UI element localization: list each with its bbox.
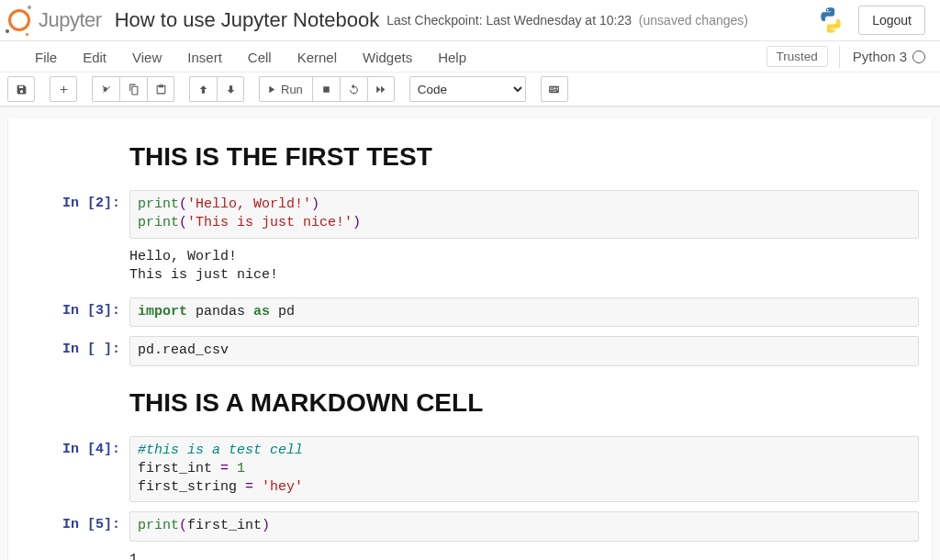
paste-button[interactable] [147,76,174,102]
menu-file[interactable]: File [22,41,70,72]
notebook-page[interactable]: THIS IS THE FIRST TESTIn [2]:print('Hell… [7,118,933,560]
cut-button[interactable] [92,76,119,102]
stop-button[interactable] [312,76,340,102]
menu-help[interactable]: Help [425,41,479,72]
prompt [21,375,129,427]
menu-cell[interactable]: Cell [235,41,285,72]
jupyter-wordmark: Jupyter [39,8,102,32]
save-button[interactable] [7,76,35,102]
jupyter-icon [6,6,33,34]
paste-icon [155,84,167,95]
move-group [189,76,244,102]
clipboard-group [92,76,174,102]
run-all-button[interactable] [367,76,395,102]
plus-icon [58,84,70,95]
kernel-indicator[interactable]: Python 3 [839,46,925,68]
code-cell[interactable]: In [3]:import pandas as pd [21,297,919,327]
prompt: In [4]: [21,436,129,503]
menu-view[interactable]: View [119,41,174,72]
code-cell[interactable]: In [5]:print(first_int)1 [21,511,919,560]
markdown-cell[interactable]: THIS IS THE FIRST TEST [21,129,919,181]
code-input[interactable]: pd.read_csv [129,336,919,365]
copy-button[interactable] [119,76,147,102]
cell-type-select[interactable]: Code Markdown Raw NBConvert Heading [409,76,526,102]
code-input[interactable]: print('Hello, World!') print('This is ju… [129,190,919,239]
arrow-down-icon [225,84,237,95]
command-palette-button[interactable] [541,76,568,102]
run-group: Run [259,76,395,102]
cut-icon [100,84,112,95]
trusted-badge[interactable]: Trusted [767,46,828,67]
move-up-button[interactable] [189,76,217,102]
prompt: In [ ]: [21,336,129,365]
jupyter-logo[interactable]: Jupyter [6,6,102,34]
add-cell-button[interactable] [50,76,77,102]
code-cell[interactable]: In [2]:print('Hello, World!') print('Thi… [21,190,919,288]
cell-body: pd.read_csv [129,336,919,365]
menu-insert[interactable]: Insert [174,41,235,72]
checkpoint-label: Last Checkpoint: Last Wednesday at 10:23 [386,13,632,28]
copy-icon [128,84,140,95]
kernel-status-icon [912,50,925,63]
cell-body: THIS IS THE FIRST TEST [129,129,919,181]
cell-body: print('Hello, World!') print('This is ju… [129,190,919,288]
keyboard-icon [548,84,560,95]
code-input[interactable]: #this is a test cell first_int = 1 first… [129,436,919,503]
notebook-area: THIS IS THE FIRST TESTIn [2]:print('Hell… [0,106,940,560]
prompt: In [5]: [21,511,129,560]
header: Jupyter How to use Jupyter Notebook Last… [0,0,940,41]
prompt: In [3]: [21,297,129,327]
stop-icon [320,84,332,95]
prompt [21,129,129,181]
code-input[interactable]: import pandas as pd [129,297,919,327]
python-icon [818,7,844,33]
notebook-title[interactable]: How to use Jupyter Notebook [115,8,380,32]
menu-edit[interactable]: Edit [70,41,119,72]
prompt: In [2]: [21,190,129,288]
restart-button[interactable] [340,76,367,102]
menubar: File Edit View Insert Cell Kernel Widget… [0,41,940,72]
run-button[interactable]: Run [259,76,312,102]
cell-body: THIS IS A MARKDOWN CELL [129,375,919,427]
restart-icon [348,84,360,95]
toolbar: Run Code Markdown Raw NBConvert Heading [0,72,940,106]
markdown-cell[interactable]: THIS IS A MARKDOWN CELL [21,375,919,427]
code-output: Hello, World! This is just nice! [129,239,919,289]
cell-body: import pandas as pd [129,297,919,327]
logout-button[interactable]: Logout [858,6,925,35]
fast-forward-icon [375,84,386,95]
markdown-heading: THIS IS THE FIRST TEST [129,142,919,172]
play-icon [265,84,277,95]
kernel-name: Python 3 [853,49,907,64]
code-input[interactable]: print(first_int) [129,511,919,541]
menu-kernel[interactable]: Kernel [285,41,350,72]
arrow-up-icon [197,84,209,95]
menubar-container: File Edit View Insert Cell Kernel Widget… [0,41,940,106]
code-output: 1 [129,542,919,561]
save-icon [16,84,28,95]
run-label: Run [281,83,303,96]
move-down-button[interactable] [217,76,244,102]
unsaved-label: (unsaved changes) [639,13,748,28]
menu-widgets[interactable]: Widgets [350,41,425,72]
markdown-heading: THIS IS A MARKDOWN CELL [129,388,919,418]
cell-body: #this is a test cell first_int = 1 first… [129,436,919,503]
cell-body: print(first_int)1 [129,511,919,560]
code-cell[interactable]: In [4]:#this is a test cell first_int = … [21,436,919,503]
code-cell[interactable]: In [ ]:pd.read_csv [21,336,919,365]
